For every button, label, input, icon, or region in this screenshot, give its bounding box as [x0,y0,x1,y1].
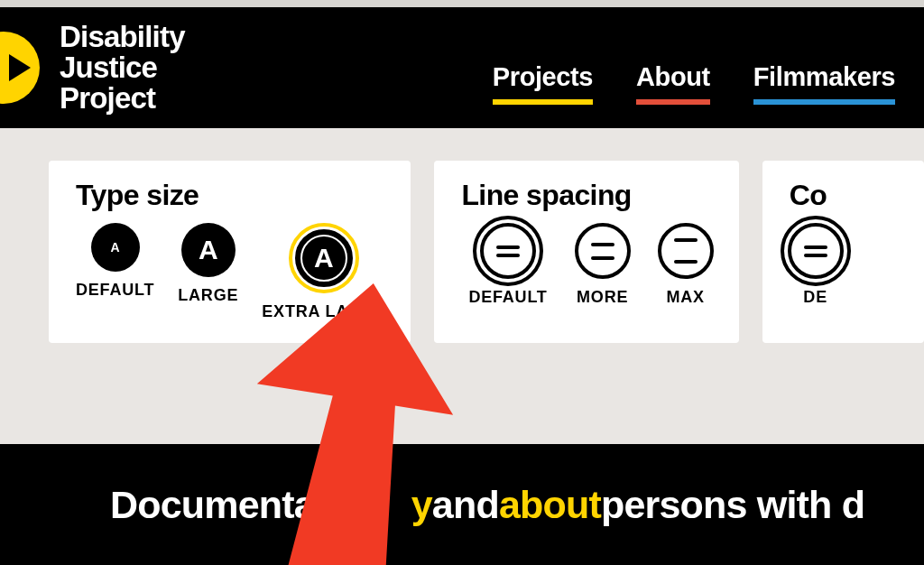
tagline-part-3: persons with d [601,483,864,527]
tagline-part-2: and [432,483,499,527]
window-chrome-top [0,0,924,7]
line-spacing-default[interactable]: DEFAULT [468,223,547,307]
line-spacing-max-label: MAX [666,288,704,307]
color-card: Co DE [762,161,924,343]
org-line-1: Disability [60,20,185,53]
tagline-accent-2: about [499,483,601,527]
line-spacing-more[interactable]: MORE [575,223,631,307]
color-default-icon [788,223,844,279]
org-name: Disability Justice Project [60,22,185,114]
play-icon [0,32,40,104]
accessibility-settings: Type size A DEFAULT A LARGE A EXTRA LARG… [0,128,924,458]
line-spacing-max-icon [658,223,714,279]
type-size-extra-large[interactable]: A EXTRA LARGE [262,223,385,321]
nav-about[interactable]: About [636,62,710,105]
line-spacing-card: Line spacing DEFAULT MORE MAX [434,161,738,343]
letter-a-icon: A [181,223,236,277]
line-spacing-default-label: DEFAULT [468,288,547,307]
line-spacing-default-icon [480,223,536,279]
primary-nav: Projects About Filmmakers [493,62,895,128]
type-size-default[interactable]: A DEFAULT [76,223,154,300]
line-spacing-options: DEFAULT MORE MAX [459,223,713,307]
color-title: Co [790,179,899,212]
nav-projects[interactable]: Projects [493,62,593,105]
type-size-large-label: LARGE [178,286,238,305]
line-spacing-max[interactable]: MAX [658,223,714,307]
site-header: Disability Justice Project Projects Abou… [0,7,924,128]
logo[interactable]: Disability Justice Project [0,7,185,128]
line-spacing-title: Line spacing [461,179,713,212]
type-size-extra-large-label: EXTRA LARGE [262,302,385,321]
color-default-label: DE [803,288,827,307]
tagline-accent-1: y [411,483,432,527]
type-size-title: Type size [76,179,385,212]
tagline-part-1: Documentaries [110,483,381,527]
letter-a-icon: A [91,223,140,272]
org-line-3: Project [60,81,155,115]
line-spacing-more-icon [575,223,631,279]
selected-ring-icon: A [289,223,359,293]
type-size-card: Type size A DEFAULT A LARGE A EXTRA LARG… [49,161,411,343]
type-size-default-label: DEFAULT [76,281,154,300]
color-options: DE [788,223,899,307]
color-default[interactable]: DE [788,223,844,307]
line-spacing-more-label: MORE [577,288,628,307]
nav-filmmakers[interactable]: Filmmakers [753,62,895,105]
tagline-gap [381,483,411,527]
type-size-options: A DEFAULT A LARGE A EXTRA LARGE [74,223,385,321]
type-size-large[interactable]: A LARGE [178,223,238,305]
tagline-bar: Documentaries y and about persons with d [0,444,924,565]
letter-a-icon: A [302,236,346,280]
org-line-2: Justice [60,51,157,84]
